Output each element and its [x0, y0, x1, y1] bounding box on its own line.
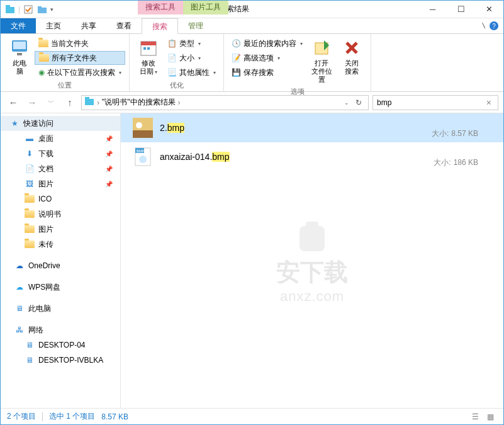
ribbon-group-refine: 修改 日期▾ 📋类型▾ 📄大小▾ 📃其他属性▾ 优化 [130, 34, 224, 91]
file-name: 2.bmp [160, 123, 184, 133]
file-item[interactable]: 2.bmp 大小:8.57 KB [121, 113, 503, 142]
tab-share[interactable]: 共享 [71, 18, 106, 33]
thumbnails-view-button[interactable]: ▦ [483, 411, 497, 423]
folder-icon [25, 209, 35, 219]
sidebar-item-wps[interactable]: ☁WPS网盘 [1, 280, 120, 295]
up-button[interactable]: ↑ [62, 95, 77, 110]
this-pc-button[interactable]: 此电 脑 [4, 35, 35, 78]
current-folder-button[interactable]: 当前文件夹 [35, 37, 125, 50]
back-button[interactable]: ← [6, 95, 21, 110]
type-button[interactable]: 📋类型▾ [164, 37, 220, 50]
pin-icon: 📌 [105, 150, 113, 157]
maximize-button[interactable]: ☐ [447, 1, 475, 18]
main-area: ★快速访问 ▬桌面📌 ⬇下载📌 📄文档📌 🖼图片📌 ICO 说明书 图片 未传 … [1, 113, 503, 408]
tab-search[interactable]: 搜索 [142, 18, 178, 34]
details-view-button[interactable]: ☰ [468, 411, 482, 423]
sidebar-quick-access[interactable]: ★快速访问 [1, 116, 120, 131]
sidebar-item-downloads[interactable]: ⬇下载📌 [1, 146, 120, 161]
pin-icon: 📌 [105, 181, 113, 188]
recent-searches-button[interactable]: 🕓最近的搜索内容▾ [228, 37, 306, 50]
navigation-pane: ★快速访问 ▬桌面📌 ⬇下载📌 📄文档📌 🖼图片📌 ICO 说明书 图片 未传 … [1, 113, 121, 408]
all-subfolders-button[interactable]: 所有子文件夹 [35, 51, 125, 65]
save-search-button[interactable]: 💾保存搜索 [228, 65, 306, 79]
svg-rect-2 [25, 6, 32, 13]
qat-divider: | [18, 5, 20, 14]
address-dropdown-icon[interactable]: ⌄ [344, 99, 349, 106]
ribbon-collapse-icon[interactable]: 〵 [481, 23, 487, 30]
tab-file[interactable]: 文件 [1, 18, 36, 33]
bmp-thumbnail-icon [132, 117, 154, 139]
minimize-button[interactable]: ─ [418, 1, 447, 18]
svg-point-19 [136, 122, 142, 128]
close-search-button[interactable]: 关闭 搜索 [337, 35, 367, 78]
svg-rect-14 [85, 97, 89, 99]
qat-folder-icon[interactable] [36, 4, 48, 15]
file-list[interactable]: 安下载 anxz.com 2.bmp 大小:8.57 KB BMP anxaiz… [121, 113, 503, 408]
sidebar-item-documents[interactable]: 📄文档📌 [1, 161, 120, 176]
props-icon: 📃 [167, 68, 177, 77]
qat-dropdown-icon[interactable]: ▾ [50, 6, 53, 13]
watermark: 安下载 anxz.com [276, 217, 348, 305]
svg-rect-10 [143, 47, 146, 50]
svg-rect-6 [13, 42, 26, 49]
help-icon[interactable]: ? [490, 21, 498, 30]
recent-locations-button[interactable]: ﹀ [43, 95, 59, 110]
download-icon: ⬇ [25, 149, 35, 159]
address-separator[interactable]: › [178, 98, 181, 107]
desktop-icon: ▬ [25, 133, 35, 144]
cloud-icon: ☁ [14, 261, 25, 271]
pc-icon: 🖥 [25, 355, 35, 365]
file-name: anxaizai-014.bmp [160, 152, 230, 162]
pin-icon: 📌 [105, 166, 113, 173]
search-box[interactable]: × [372, 95, 498, 110]
size-icon: 📄 [167, 54, 177, 62]
close-button[interactable]: ✕ [475, 1, 503, 18]
search-results-icon [84, 96, 94, 108]
size-button[interactable]: 📄大小▾ [164, 51, 220, 65]
sidebar-item-desktop[interactable]: ▬桌面📌 [1, 131, 120, 146]
forward-button[interactable]: → [25, 95, 40, 110]
refresh-button[interactable]: ↻ [352, 98, 366, 107]
qat-checkbox-icon[interactable] [23, 4, 34, 15]
folder-icon [38, 40, 48, 47]
address-separator[interactable]: › [97, 98, 99, 107]
sidebar-item-ico[interactable]: ICO [1, 191, 120, 207]
file-item[interactable]: BMP anxaizai-014.bmp 大小:186 KB [121, 142, 503, 171]
sidebar-item-onedrive[interactable]: ☁OneDrive [1, 258, 120, 273]
clear-search-button[interactable]: × [484, 98, 494, 108]
svg-rect-3 [38, 8, 47, 13]
sidebar-item-network[interactable]: 🖧网络 [1, 322, 120, 337]
sidebar-item-pictures[interactable]: 🖼图片📌 [1, 176, 120, 191]
address-segment[interactable]: "说明书"中的搜索结果 [102, 97, 176, 108]
context-tab-search-tools: 搜索工具 [138, 1, 183, 14]
file-size: 大小:8.57 KB [432, 128, 478, 139]
sidebar-item-untransferred[interactable]: 未传 [1, 237, 120, 252]
address-bar[interactable]: › "说明书"中的搜索结果 › ⌄ ↻ [81, 95, 369, 110]
sidebar-item-pictures2[interactable]: 图片 [1, 222, 120, 237]
sidebar-item-this-pc[interactable]: 🖥此电脑 [1, 301, 120, 316]
svg-rect-0 [6, 7, 14, 13]
star-icon: ★ [9, 118, 20, 128]
sidebar-item-manual[interactable]: 说明书 [1, 207, 120, 222]
pin-icon: 📌 [105, 135, 113, 142]
ribbon-help[interactable]: 〵 ? [476, 18, 503, 33]
search-input[interactable] [377, 98, 484, 107]
pc-icon: 🖥 [14, 303, 25, 314]
group-label-refine: 优化 [133, 81, 220, 91]
folder-icon [25, 224, 35, 234]
svg-rect-13 [85, 99, 94, 105]
sidebar-item-desktopiv[interactable]: 🖥DESKTOP-IVBLKA [1, 353, 120, 368]
advanced-options-button[interactable]: 📝高级选项▾ [228, 51, 306, 65]
tab-home[interactable]: 主页 [36, 18, 71, 33]
save-icon: 💾 [232, 68, 241, 77]
type-icon: 📋 [167, 39, 177, 48]
search-again-in-button[interactable]: ◉在以下位置再次搜索▾ [35, 65, 125, 79]
open-file-location-button[interactable]: 打开 文件位置 [306, 35, 337, 87]
tab-view[interactable]: 查看 [106, 18, 142, 33]
sidebar-item-desktop04[interactable]: 🖥DESKTOP-04 [1, 337, 120, 353]
pc-icon [9, 38, 30, 58]
other-properties-button[interactable]: 📃其他属性▾ [164, 65, 220, 79]
pc-icon: 🖥 [25, 340, 35, 350]
date-modified-button[interactable]: 修改 日期▾ [133, 35, 164, 78]
tab-manage[interactable]: 管理 [178, 18, 213, 33]
